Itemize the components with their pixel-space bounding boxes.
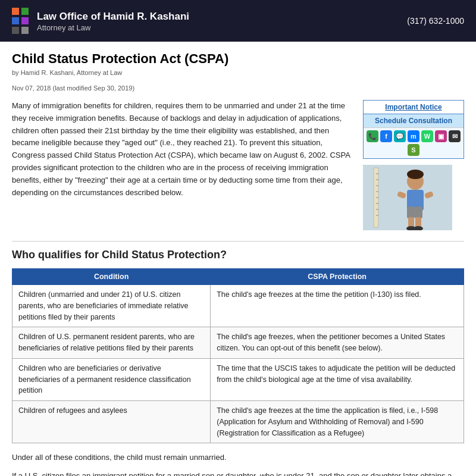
protection-cell: The child's age freezes at the time the … <box>211 401 464 443</box>
email-icon[interactable]: ✉ <box>449 130 461 142</box>
sms-icon[interactable]: S <box>408 144 419 156</box>
messenger-icon[interactable]: m <box>408 130 419 142</box>
article-meta-line2: Nov 07, 2018 (last modified Sep 30, 2019… <box>12 84 464 92</box>
section1-heading: Who qualifies for Child Status Protectio… <box>12 249 464 261</box>
child-image <box>363 165 452 230</box>
protection-cell: The child's age freezes at the time the … <box>211 285 464 327</box>
logo-sq-green <box>21 8 29 15</box>
col-condition: Condition <box>12 269 211 285</box>
schedule-btn[interactable]: Schedule Consultation <box>364 114 464 127</box>
firm-name: Law Office of Hamid R. Kashani <box>37 10 189 24</box>
table-row: Children (unmarried and under 21) of U.S… <box>12 285 464 327</box>
phone-icon[interactable]: 📞 <box>367 130 378 142</box>
notice-box-inner: Important Notice Schedule Consultation 📞… <box>363 100 464 159</box>
facebook-icon[interactable]: f <box>380 130 392 142</box>
firm-info: Law Office of Hamid R. Kashani Attorney … <box>37 10 189 33</box>
bottom-para1: Under all of these conditions, the child… <box>12 452 464 464</box>
table-row: Children of U.S. permanent resident pare… <box>12 327 464 359</box>
logo-sq-dark <box>12 27 19 34</box>
article-title: Child Status Protection Act (CSPA) <box>12 51 464 67</box>
logo-sq-blue <box>12 17 19 24</box>
firm-subtitle: Attorney at Law <box>37 23 189 32</box>
article-meta-line1: by Hamid R. Kashani, Attorney at Law <box>12 69 464 76</box>
chat-icon[interactable]: 💬 <box>394 130 406 142</box>
cspa-table: Condition CSPA Protection Children (unma… <box>12 268 464 443</box>
top-row: Many of immigration benefits for childre… <box>12 100 464 230</box>
svg-rect-13 <box>407 206 415 218</box>
protection-cell: The time that the USCIS takes to adjudic… <box>211 358 464 400</box>
condition-cell: Children of refugees and asylees <box>12 401 211 443</box>
svg-rect-14 <box>415 206 422 218</box>
header-phone[interactable]: (317) 632-1000 <box>407 16 464 26</box>
protection-cell: The child's age freezes, when the petiti… <box>211 327 464 359</box>
table-row: Children of refugees and asyleesThe chil… <box>12 401 464 443</box>
col-protection: CSPA Protection <box>211 269 464 285</box>
condition-cell: Children (unmarried and under 21) of U.S… <box>12 285 211 327</box>
logo-icon <box>12 8 29 34</box>
logo-sq-gray <box>21 27 29 34</box>
site-header: Law Office of Hamid R. Kashani Attorney … <box>0 0 476 42</box>
condition-cell: Children who are beneficiaries or deriva… <box>12 358 211 400</box>
divider <box>12 241 464 242</box>
article-intro: Many of immigration benefits for childre… <box>12 100 353 230</box>
whatsapp-icon[interactable]: W <box>421 130 433 142</box>
social-icons-row: 📞 f 💬 m W ▣ ✉ S <box>364 127 464 158</box>
table-row: Children who are beneficiaries or deriva… <box>12 358 464 400</box>
header-left: Law Office of Hamid R. Kashani Attorney … <box>12 8 189 34</box>
notice-box: Important Notice Schedule Consultation 📞… <box>363 100 464 230</box>
notice-title: Important Notice <box>364 101 464 114</box>
instagram-icon[interactable]: ▣ <box>435 130 447 142</box>
bottom-para2: If a U.S. citizen files an immigrant pet… <box>12 470 464 476</box>
logo-sq-red <box>12 8 19 15</box>
logo-sq-purple <box>21 17 29 24</box>
main-content: Child Status Protection Act (CSPA) by Ha… <box>0 42 476 476</box>
condition-cell: Children of U.S. permanent resident pare… <box>12 327 211 359</box>
svg-point-11 <box>407 170 424 179</box>
